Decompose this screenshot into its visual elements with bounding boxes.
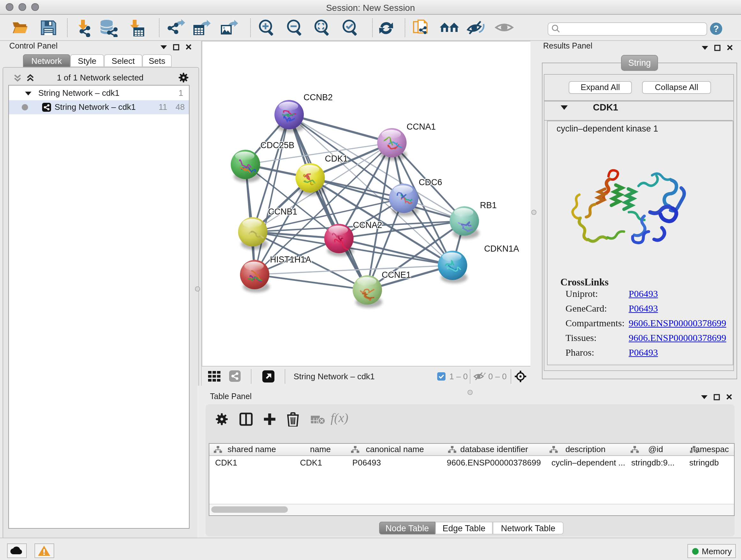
svg-text:?: ? (713, 23, 719, 34)
